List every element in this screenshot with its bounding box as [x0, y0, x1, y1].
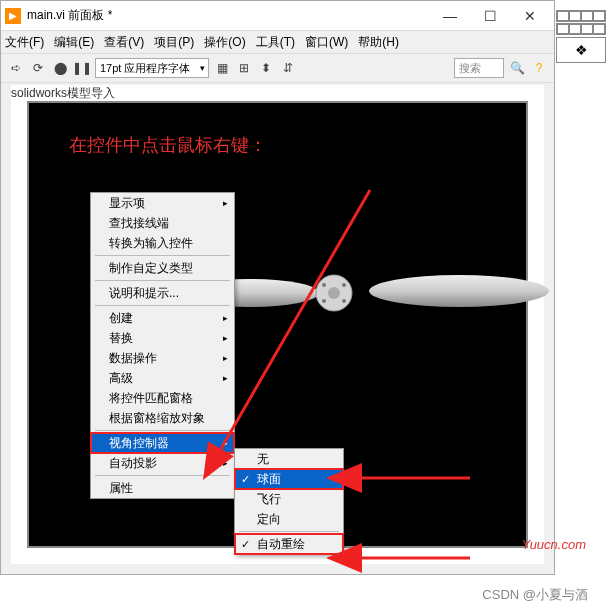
svg-point-4 — [322, 283, 326, 287]
separator — [95, 280, 230, 281]
svg-point-1 — [369, 275, 549, 307]
pause-button[interactable]: ❚❚ — [73, 59, 91, 77]
run-cont-button[interactable]: ⟳ — [29, 59, 47, 77]
palette-icon[interactable]: ❖ — [556, 37, 606, 63]
svg-point-6 — [322, 299, 326, 303]
menu-project[interactable]: 项目(P) — [154, 34, 194, 51]
align-button[interactable]: ▦ — [213, 59, 231, 77]
svg-point-3 — [328, 287, 340, 299]
sub-item-none[interactable]: 无 — [235, 449, 343, 469]
search-icon[interactable]: 🔍 — [508, 59, 526, 77]
svg-point-5 — [342, 283, 346, 287]
ctx-item-advanced[interactable]: 高级 — [91, 368, 234, 388]
check-icon: ✓ — [241, 473, 250, 486]
control-label: solidworks模型导入 — [11, 85, 544, 102]
ctx-item-auto-project[interactable]: 自动投影 — [91, 453, 234, 473]
reorder-button[interactable]: ⇵ — [279, 59, 297, 77]
sub-item-fly[interactable]: 飞行 — [235, 489, 343, 509]
instruction-text: 在控件中点击鼠标右键： — [69, 133, 267, 157]
ctx-item-properties[interactable]: 属性 — [91, 478, 234, 498]
ctx-item-find-terminal[interactable]: 查找接线端 — [91, 213, 234, 233]
menu-tools[interactable]: 工具(T) — [256, 34, 295, 51]
ctx-item-custom-type[interactable]: 制作自定义类型 — [91, 258, 234, 278]
window-title: main.vi 前面板 * — [27, 7, 430, 24]
minimize-button[interactable]: — — [430, 4, 470, 28]
sub-item-auto-redraw[interactable]: ✓自动重绘 — [235, 534, 343, 554]
ctx-item-display[interactable]: 显示项 — [91, 193, 234, 213]
titlebar: ▶ main.vi 前面板 * — ☐ ✕ — [1, 1, 554, 31]
menu-file[interactable]: 文件(F) — [5, 34, 44, 51]
maximize-button[interactable]: ☐ — [470, 4, 510, 28]
separator — [239, 531, 339, 532]
controls-palette: ❖ — [556, 10, 606, 63]
distribute-button[interactable]: ⊞ — [235, 59, 253, 77]
sub-item-sphere[interactable]: ✓球面 — [235, 469, 343, 489]
menu-window[interactable]: 窗口(W) — [305, 34, 348, 51]
menu-operate[interactable]: 操作(O) — [204, 34, 245, 51]
search-input[interactable]: 搜索 — [454, 58, 504, 78]
menu-view[interactable]: 查看(V) — [104, 34, 144, 51]
check-icon: ✓ — [241, 538, 250, 551]
separator — [95, 305, 230, 306]
ctx-item-scale-pane[interactable]: 根据窗格缩放对象 — [91, 408, 234, 428]
ctx-item-replace[interactable]: 替换 — [91, 328, 234, 348]
font-dropdown[interactable]: 17pt 应用程序字体 — [95, 58, 209, 78]
app-icon: ▶ — [5, 8, 21, 24]
ctx-item-camera-controller[interactable]: 视角控制器 — [91, 433, 234, 453]
resize-button[interactable]: ⬍ — [257, 59, 275, 77]
separator — [95, 255, 230, 256]
menubar: 文件(F) 编辑(E) 查看(V) 项目(P) 操作(O) 工具(T) 窗口(W… — [1, 31, 554, 53]
ctx-item-change-control[interactable]: 转换为输入控件 — [91, 233, 234, 253]
ctx-item-create[interactable]: 创建 — [91, 308, 234, 328]
sub-menu: 无 ✓球面 飞行 定向 ✓自动重绘 — [234, 448, 344, 555]
separator — [95, 475, 230, 476]
ctx-item-description[interactable]: 说明和提示... — [91, 283, 234, 303]
separator — [95, 430, 230, 431]
menu-help[interactable]: 帮助(H) — [358, 34, 399, 51]
toolbar: ➪ ⟳ ⬤ ❚❚ 17pt 应用程序字体 ▦ ⊞ ⬍ ⇵ 搜索 🔍 ? — [1, 53, 554, 83]
close-button[interactable]: ✕ — [510, 4, 550, 28]
context-menu: 显示项 查找接线端 转换为输入控件 制作自定义类型 说明和提示... 创建 替换… — [90, 192, 235, 499]
help-icon[interactable]: ? — [530, 59, 548, 77]
stop-button[interactable]: ⬤ — [51, 59, 69, 77]
menu-edit[interactable]: 编辑(E) — [54, 34, 94, 51]
watermark-yuucn: Yuucn.com — [521, 537, 586, 552]
watermark-csdn: CSDN @小夏与酒 — [482, 586, 588, 604]
run-button[interactable]: ➪ — [7, 59, 25, 77]
svg-point-7 — [342, 299, 346, 303]
sub-item-orient[interactable]: 定向 — [235, 509, 343, 529]
ctx-item-fit-pane[interactable]: 将控件匹配窗格 — [91, 388, 234, 408]
ctx-item-data-op[interactable]: 数据操作 — [91, 348, 234, 368]
